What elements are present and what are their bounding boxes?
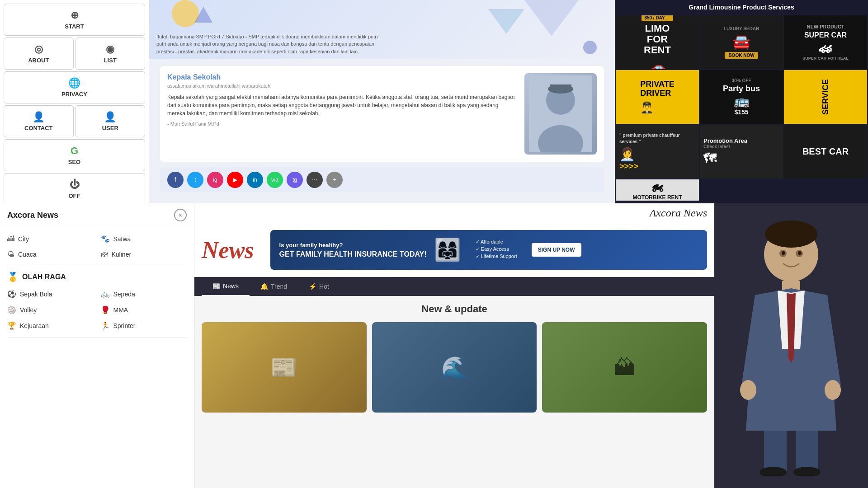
seo-button[interactable]: G SEO <box>4 139 145 171</box>
premium-driver-card[interactable]: " premium private chauffeur services " 👩… <box>616 125 699 178</box>
left-sidebar: ⊕ START ◎ ABOUT ◉ LIST 🌐 PRIVACY 👤 CONTA… <box>0 0 149 203</box>
share-icon[interactable]: ⋯ <box>307 172 323 188</box>
luxury-sedan-label: LUXURY SEDAN <box>724 26 759 31</box>
svg-point-6 <box>765 221 817 248</box>
close-button[interactable]: × <box>174 209 187 221</box>
health-ad-text: Is your family healthy? GET FAMILY HEALT… <box>279 242 427 258</box>
axcora-content[interactable]: 🏙 City 🐾 Satwa 🌤 Cuaca 🍽 Kuliner <box>0 227 194 488</box>
health-cta: GET FAMILY HEALTH INSURANCE TODAY! <box>279 250 427 258</box>
book-now-btn[interactable]: BOOK NOW <box>725 52 758 59</box>
category-satwa[interactable]: 🐾 Satwa <box>101 233 187 245</box>
trophy-icon: 🏆 <box>7 321 16 330</box>
sign-up-button[interactable]: SIGN UP NOW <box>532 243 581 257</box>
sport-kejuaraan[interactable]: 🏆 Kejuaraan <box>7 319 94 332</box>
category-city[interactable]: 🏙 City <box>7 233 94 245</box>
party-bus-card[interactable]: 30% OFF Party bus 🚌 $155 <box>700 70 783 124</box>
divider-1 <box>7 266 187 266</box>
linkedin-icon[interactable]: in <box>247 172 263 188</box>
check-latest-text: Check latest <box>703 144 730 149</box>
premium-driver-text: " premium private chauffeur services " <box>619 132 695 145</box>
private-driver-card[interactable]: PRIVATEDRIVER 👨‍✈ <box>616 70 699 124</box>
tab-trend[interactable]: 🔔 Trend <box>250 277 298 296</box>
private-driver-text: PRIVATEDRIVER <box>640 80 674 98</box>
news-tab-icon: 📰 <box>212 282 220 290</box>
contact-label: CONTACT <box>24 125 53 131</box>
volley-label: Volley <box>20 306 37 314</box>
book-now-badge: BOOK NOW $50 / DAY <box>642 15 673 21</box>
runner-icon: 🏃 <box>101 321 110 330</box>
promotion-card[interactable]: Promotion Area Check latest 🗺 <box>700 125 783 178</box>
list-button[interactable]: ◉ LIST <box>75 38 146 70</box>
start-label: START <box>65 23 84 30</box>
kuliner-icon: 🍽 <box>101 250 108 258</box>
start-button[interactable]: ⊕ START <box>4 4 145 36</box>
svg-point-9 <box>825 380 841 400</box>
close-icon: × <box>179 211 182 219</box>
sports-heading: 🥇 OLAH RAGA <box>7 272 187 282</box>
service-card[interactable]: SERVICE <box>784 70 867 124</box>
hot-tab-label: Hot <box>319 283 329 290</box>
motorbike-text: MOTORBIKE RENT <box>632 194 682 201</box>
news-card-1[interactable]: 📰 <box>202 322 367 413</box>
axcora-title: Axcora News <box>7 211 58 220</box>
news-card-3-bg: 🏔 <box>542 322 707 413</box>
school-content-area: Itulah bagaimana SMP PGRI 7 Sidoarjo - S… <box>149 0 615 203</box>
sport-mma[interactable]: 🥊 MMA <box>101 304 187 316</box>
news-hero: News Is your family healthy? GET FAMILY … <box>194 223 714 277</box>
about-button[interactable]: ◎ ABOUT <box>4 38 74 70</box>
limo-for-rent-card[interactable]: BOOK NOW $50 / DAY LIMOFORRENT 🚗 <box>616 15 699 69</box>
svg-rect-4 <box>550 84 571 90</box>
bus-icon: 🚌 <box>734 94 750 108</box>
motorbike-card[interactable]: 🏍 MOTORBIKE RENT <box>616 179 699 201</box>
man-svg <box>732 214 850 476</box>
luxury-sedan-card[interactable]: LUXURY SEDAN 🚘 BOOK NOW <box>700 15 783 69</box>
sport-sprinter[interactable]: 🏃 Sprinter <box>101 319 187 332</box>
sport-volley[interactable]: 🏐 Volley <box>7 304 94 316</box>
seo-label: SEO <box>68 159 80 165</box>
news-card-2[interactable]: 🌊 <box>372 322 537 413</box>
soccer-icon: ⚽ <box>7 290 16 298</box>
whatsapp-icon[interactable]: wa <box>267 172 283 188</box>
privacy-label: PRIVACY <box>61 91 87 98</box>
best-car-card[interactable]: BEST CAR <box>784 125 867 178</box>
premium-driver-icon: 👩‍💼 <box>619 147 635 162</box>
feature-3: Lifetime Support <box>481 253 517 259</box>
news-card-3[interactable]: 🏔 <box>542 322 707 413</box>
privacy-button[interactable]: 🌐 PRIVACY <box>4 71 145 103</box>
principal-image <box>524 73 597 155</box>
contact-button[interactable]: 👤 CONTACT <box>4 105 74 137</box>
city-icon: 🏙 <box>7 235 14 243</box>
svg-point-17 <box>798 251 802 255</box>
news-main: Axcora News News Is your family healthy?… <box>194 203 714 488</box>
twitter-icon[interactable]: t <box>187 172 203 188</box>
party-bus-label: Party bus <box>723 84 760 94</box>
health-people-icon: 👩‍👩‍👧 <box>434 237 461 263</box>
telegram-icon[interactable]: tg <box>287 172 303 188</box>
instagram-icon[interactable]: ig <box>207 172 223 188</box>
category-kuliner[interactable]: 🍽 Kuliner <box>101 249 187 260</box>
party-bus-price: $155 <box>734 108 748 116</box>
service-text: SERVICE <box>821 79 830 115</box>
youtube-icon[interactable]: ▶ <box>227 172 243 188</box>
sport-sepak-bola[interactable]: ⚽ Sepak Bola <box>7 288 94 300</box>
tab-news[interactable]: 📰 News <box>202 277 250 296</box>
health-ad-banner: Is your family healthy? GET FAMILY HEALT… <box>270 230 707 270</box>
category-cuaca[interactable]: 🌤 Cuaca <box>7 249 94 260</box>
sport-sepeda[interactable]: 🚲 Sepeda <box>101 288 187 300</box>
news-card-3-icon: 🏔 <box>614 355 636 380</box>
privacy-icon: 🌐 <box>68 77 80 89</box>
news-tabs: 📰 News 🔔 Trend ⚡ Hot <box>194 277 714 296</box>
svg-point-8 <box>740 380 756 400</box>
off-button[interactable]: ⏻ OFF <box>4 173 145 205</box>
super-car-card[interactable]: NEW PRODUCT SUPER CAR 🏎 SUPER CAR FOR RE… <box>784 15 867 69</box>
arrow-icons: >>>> <box>619 162 638 171</box>
bike-icon: 🚲 <box>101 290 110 298</box>
man-figure <box>732 214 850 478</box>
more-icon[interactable]: + <box>326 172 343 188</box>
hot-tab-icon: ⚡ <box>309 283 316 290</box>
news-card-2-icon: 🌊 <box>441 355 468 380</box>
facebook-icon[interactable]: f <box>167 172 184 188</box>
user-button[interactable]: 👤 USER <box>75 105 146 137</box>
tab-hot[interactable]: ⚡ Hot <box>298 277 340 296</box>
limo-for-rent-text: LIMOFORRENT <box>644 23 671 56</box>
